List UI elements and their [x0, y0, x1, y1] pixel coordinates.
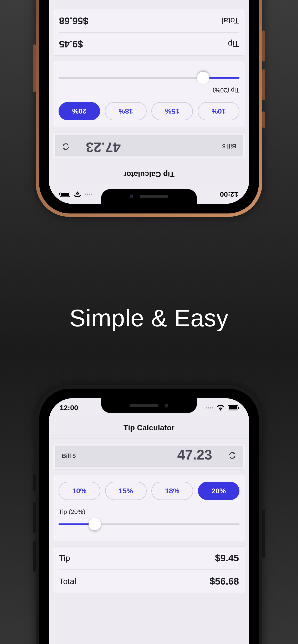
- wifi-icon: [217, 405, 224, 411]
- result-row-total: Total $56.68: [59, 570, 239, 593]
- signal-dots-icon: [206, 407, 213, 408]
- device-notch: [101, 189, 197, 204]
- tip-result-label: Tip: [59, 554, 70, 563]
- speaker-icon: [129, 404, 158, 407]
- tip-option-10[interactable]: 10%: [59, 482, 100, 500]
- tip-result-value: $9.45: [215, 553, 239, 564]
- tip-result-label: Tip: [228, 39, 239, 49]
- tip-option-20[interactable]: 20%: [198, 482, 240, 500]
- volume-down-button: [33, 540, 36, 572]
- status-right: [60, 192, 92, 197]
- tip-slider[interactable]: [59, 73, 239, 83]
- tip-option-18[interactable]: 18%: [105, 102, 147, 120]
- volume-up-button: [33, 502, 36, 533]
- tip-option-20[interactable]: 20%: [59, 102, 100, 120]
- reset-button[interactable]: [61, 142, 71, 152]
- tip-option-15[interactable]: 15%: [105, 482, 147, 500]
- status-right: [206, 405, 238, 411]
- tip-option-10[interactable]: 10%: [198, 102, 240, 120]
- volume-down-button: [262, 30, 265, 62]
- device-mockup-bottom: 12:00 Tip Calculator Bill $ 47.23: [36, 385, 262, 644]
- device-frame-inner: 12:00 Tip Calculator Bill $ 47.23: [39, 388, 259, 644]
- battery-icon: [228, 405, 238, 410]
- status-time: 12:00: [60, 404, 78, 412]
- tip-pill-row: 10% 15% 18% 20%: [59, 482, 239, 500]
- device-frame-inner: 12:00 Tip Calculator Bill $ 47.23: [39, 0, 259, 214]
- speaker-icon: [140, 195, 169, 198]
- total-result-value: $56.68: [59, 16, 88, 26]
- results-card: Tip $9.45 Total $56.68: [53, 9, 245, 56]
- results-card: Tip $9.45 Total $56.68: [53, 546, 245, 593]
- tip-pill-row: 10% 15% 18% 20%: [59, 102, 239, 120]
- device-screen: 12:00 Tip Calculator Bill $ 47.23: [49, 398, 249, 644]
- total-result-label: Total: [222, 16, 239, 26]
- slider-thumb[interactable]: [89, 518, 101, 530]
- volume-up-button: [262, 69, 265, 100]
- device-mockup-top: 12:00 Tip Calculator Bill $ 47.23: [36, 0, 262, 217]
- side-button: [33, 474, 36, 491]
- bill-input-container: Bill $ 47.23: [55, 446, 243, 468]
- bill-amount-field[interactable]: 47.23: [177, 446, 212, 463]
- result-row-tip: Tip $9.45: [59, 547, 239, 570]
- slider-thumb[interactable]: [197, 72, 209, 84]
- bill-label: Bill $: [62, 452, 76, 459]
- result-row-total: Total $56.68: [59, 9, 239, 32]
- page-title: Tip Calculator: [123, 170, 175, 179]
- page-title: Tip Calculator: [123, 423, 175, 432]
- nav-title-bar: Tip Calculator: [49, 164, 249, 185]
- bill-amount-field[interactable]: 47.23: [86, 140, 121, 156]
- signal-dots-icon: [85, 194, 92, 195]
- camera-icon: [129, 194, 133, 198]
- tip-slider-label: Tip (20%): [59, 86, 239, 94]
- power-button: [262, 510, 265, 558]
- tip-option-18[interactable]: 18%: [152, 482, 193, 500]
- power-button: [33, 44, 36, 92]
- content-area: Bill $ 47.23 10% 15% 18% 20% Tip (20%: [49, 438, 249, 644]
- tip-selector-card: 10% 15% 18% 20% Tip (20%): [53, 61, 245, 127]
- reset-button[interactable]: [227, 451, 237, 460]
- tip-option-15[interactable]: 15%: [152, 102, 193, 120]
- status-time: 12:00: [220, 190, 238, 198]
- bill-input-container: Bill $ 47.23: [55, 134, 243, 157]
- device-screen: 12:00 Tip Calculator Bill $ 47.23: [49, 0, 249, 204]
- promo-headline: Simple & Easy: [0, 304, 298, 332]
- bill-label: Bill $: [222, 143, 236, 150]
- bill-card: Bill $ 47.23: [53, 444, 245, 470]
- content-area: Bill $ 47.23 10% 15% 18% 20% Tip (20%: [49, 0, 249, 164]
- bill-card: Bill $ 47.23: [53, 132, 245, 158]
- battery-icon: [60, 192, 70, 197]
- tip-selector-card: 10% 15% 18% 20% Tip (20%): [53, 475, 245, 541]
- nav-title-bar: Tip Calculator: [49, 417, 249, 438]
- wifi-icon: [74, 192, 81, 197]
- loop-arrows-icon: [62, 142, 70, 151]
- side-button: [262, 112, 265, 128]
- device-notch: [101, 398, 197, 413]
- tip-slider-label: Tip (20%): [59, 508, 239, 516]
- tip-result-value: $9.45: [59, 38, 83, 49]
- total-result-value: $56.68: [210, 576, 239, 587]
- camera-icon: [165, 404, 169, 408]
- result-row-tip: Tip $9.45: [59, 32, 239, 55]
- loop-arrows-icon: [228, 452, 236, 460]
- total-result-label: Total: [59, 577, 76, 586]
- tip-slider[interactable]: [59, 520, 239, 529]
